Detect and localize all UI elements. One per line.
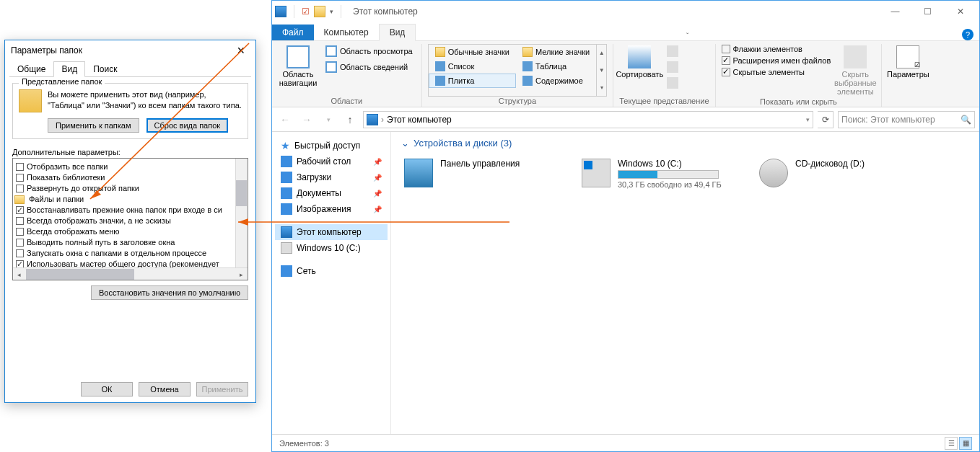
sidebar-c-drive[interactable]: Windows 10 (C:): [275, 240, 388, 256]
layout-regular[interactable]: Обычные значки: [429, 45, 516, 59]
size-columns-button[interactable]: [664, 76, 681, 90]
recent-dropdown[interactable]: ▾: [320, 111, 337, 128]
adv-checkbox-item[interactable]: Развернуть до открытой папки: [16, 183, 245, 194]
qat-checkbox-icon[interactable]: ☑: [302, 6, 310, 17]
minimize-button[interactable]: —: [879, 1, 911, 22]
hide-selected-button[interactable]: Скрыть выбранные элементы: [835, 44, 875, 97]
adv-item-label: Показать библиотеки: [27, 172, 105, 183]
tile-control-panel[interactable]: Панель управления: [401, 156, 567, 192]
breadcrumb-separator: ›: [381, 115, 384, 125]
scroll-left-button[interactable]: ◂: [13, 268, 25, 280]
adv-checkbox-item[interactable]: Всегда отображать меню: [16, 226, 245, 237]
adv-item-label: Запускать окна с папками в отдельном про…: [27, 248, 206, 259]
advanced-settings-list[interactable]: Отобразить все папкиПоказать библиотекиР…: [12, 158, 248, 280]
scroll-thumb[interactable]: [236, 180, 247, 206]
section-header-devices[interactable]: ⌄ Устройства и диски (3): [401, 138, 969, 149]
hidden-items-toggle[interactable]: Скрытые элементы: [722, 67, 831, 77]
apply-button[interactable]: Применить: [196, 382, 248, 396]
dialog-close-button[interactable]: ✕: [232, 43, 250, 58]
up-button[interactable]: ↑: [341, 111, 359, 128]
layout-spinner[interactable]: ▲▼▾: [596, 45, 606, 96]
dialog-title: Параметры папок: [11, 45, 82, 56]
sort-button[interactable]: Сортировать: [619, 44, 660, 97]
advanced-label: Дополнительные параметры:: [12, 148, 248, 156]
forward-button[interactable]: →: [298, 111, 315, 128]
close-window-button[interactable]: ✕: [944, 1, 976, 22]
maximize-button[interactable]: ☐: [911, 1, 944, 22]
checkbox-icon: [16, 206, 24, 214]
tile-d-drive[interactable]: CD-дисковод (D:): [756, 156, 922, 192]
cancel-button[interactable]: Отмена: [139, 382, 191, 396]
details-pane-button[interactable]: Область сведений: [323, 60, 416, 74]
tab-view[interactable]: Вид: [379, 24, 416, 41]
view-tiles-icon[interactable]: ▦: [959, 437, 972, 450]
breadcrumb-item[interactable]: Этот компьютер: [387, 115, 452, 125]
apply-to-folders-button[interactable]: Применить к папкам: [48, 118, 139, 133]
add-columns-button[interactable]: [664, 60, 681, 74]
tab-computer[interactable]: Компьютер: [314, 25, 379, 40]
adv-checkbox-item[interactable]: Запускать окна с папками в отдельном про…: [16, 248, 245, 259]
search-input[interactable]: Поиск: Этот компьютер 🔍: [838, 111, 975, 128]
group-current-view: Сортировать Текущее представление: [613, 44, 715, 107]
adv-checkbox-item[interactable]: Всегда отображать значки, а не эскизы: [16, 216, 245, 226]
group-layout-label: Структура: [428, 97, 608, 107]
restore-defaults-button[interactable]: Восстановить значения по умолчанию: [91, 285, 248, 300]
window-icon: [275, 6, 286, 17]
reset-folders-button[interactable]: Сброс вида папок: [146, 118, 229, 133]
sidebar-downloads[interactable]: Загрузки📌: [275, 169, 388, 185]
breadcrumb-dropdown[interactable]: ▾: [806, 116, 810, 123]
nav-sidebar: ★Быстрый доступ Рабочий стол📌 Загрузки📌 …: [272, 132, 391, 434]
cd-drive-icon: [759, 159, 788, 187]
adv-checkbox-item[interactable]: Отобразить все папки: [16, 161, 245, 172]
adv-checkbox-item[interactable]: Показать библиотеки: [16, 172, 245, 183]
sidebar-pictures[interactable]: Изображения📌: [275, 201, 388, 217]
adv-item-label: Отобразить все папки: [27, 161, 108, 172]
adv-checkbox-item[interactable]: Выводить полный путь в заголовке окна: [16, 237, 245, 248]
sidebar-this-pc[interactable]: Этот компьютер: [275, 224, 388, 240]
tile-c-drive[interactable]: Windows 10 (C:) 30,3 ГБ свободно из 49,4…: [579, 156, 745, 192]
breadcrumb-bar[interactable]: › Этот компьютер ▾: [363, 111, 813, 128]
layout-tiles[interactable]: Плитка: [429, 74, 516, 88]
status-text: Элементов: 3: [279, 439, 329, 448]
vertical-scrollbar[interactable]: [235, 159, 248, 267]
layout-content[interactable]: Содержимое: [516, 74, 596, 88]
sidebar-network[interactable]: Сеть: [275, 263, 388, 279]
horizontal-scrollbar[interactable]: ◂ ▸: [13, 267, 248, 280]
back-button[interactable]: ←: [276, 111, 294, 128]
layout-list[interactable]: Список: [429, 59, 516, 74]
hscroll-thumb[interactable]: [26, 269, 134, 280]
layout-small[interactable]: Мелкие значки: [516, 45, 596, 59]
extensions-toggle[interactable]: Расширения имен файлов: [722, 56, 831, 66]
help-icon[interactable]: ?: [962, 29, 974, 40]
search-placeholder: Поиск: Этот компьютер: [841, 115, 935, 125]
qat-dropdown[interactable]: ▾: [330, 8, 333, 15]
preview-pane-button[interactable]: Область просмотра: [323, 44, 416, 58]
sidebar-quick-access[interactable]: ★Быстрый доступ: [275, 138, 388, 154]
adv-item-label: Выводить полный путь в заголовке окна: [27, 237, 175, 248]
adv-checkbox-item[interactable]: Восстанавливать прежние окна папок при в…: [16, 205, 245, 216]
pc-icon: [281, 226, 292, 238]
group-by-button[interactable]: [664, 44, 681, 58]
sidebar-desktop[interactable]: Рабочий стол📌: [275, 154, 388, 169]
navigation-pane-button[interactable]: Область навигации: [278, 44, 318, 97]
dialog-tab-general[interactable]: Общие: [9, 61, 53, 77]
sidebar-documents[interactable]: Документы📌: [275, 185, 388, 201]
scroll-right-button[interactable]: ▸: [235, 268, 248, 280]
dialog-tab-view[interactable]: Вид: [53, 61, 85, 77]
pin-icon: 📌: [373, 190, 382, 198]
tab-file[interactable]: Файл: [272, 25, 314, 40]
ribbon-collapse-icon[interactable]: ˇ: [686, 32, 688, 40]
layout-gallery[interactable]: Обычные значки Список Плитка Мелкие знач…: [428, 44, 608, 97]
item-checkboxes-toggle[interactable]: Флажки элементов: [722, 44, 831, 54]
folder-icon: [14, 195, 25, 204]
view-details-icon[interactable]: ☰: [945, 437, 958, 450]
dialog-tab-search[interactable]: Поиск: [85, 61, 125, 77]
navigation-pane-icon: [286, 45, 310, 68]
options-button[interactable]: ☑Параметры: [888, 44, 928, 97]
qat-folder-icon[interactable]: [314, 6, 325, 17]
refresh-button[interactable]: ⟳: [818, 111, 834, 128]
ok-button[interactable]: ОК: [81, 382, 133, 396]
layout-table[interactable]: Таблица: [516, 59, 596, 74]
checkbox-icon: [16, 163, 24, 171]
details-pane-icon: [325, 61, 337, 73]
